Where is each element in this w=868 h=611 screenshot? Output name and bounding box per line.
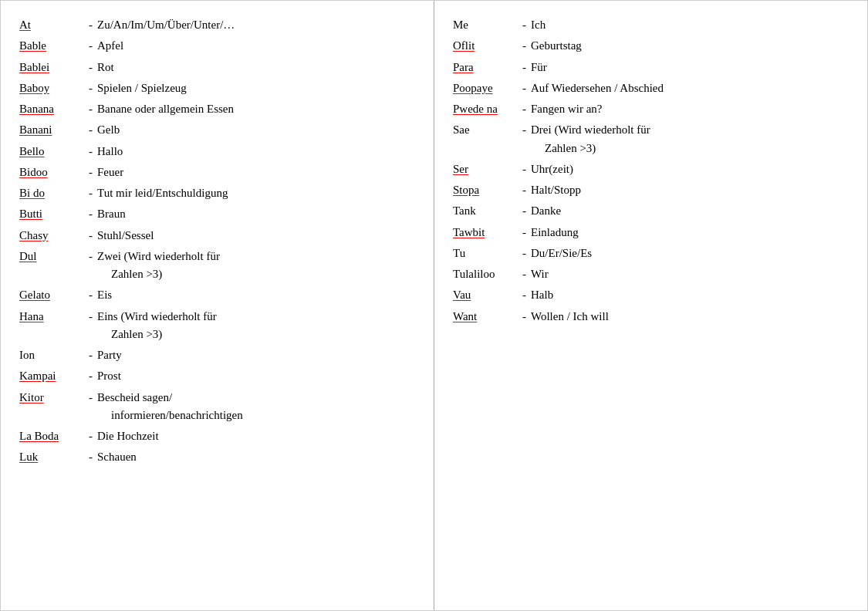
dash: - (522, 308, 526, 326)
list-item: Chasy- Stuhl/Sessel (19, 227, 415, 245)
dash: - (522, 181, 526, 199)
page: At- Zu/An/Im/Um/Über/Unter/…Bable- Apfel… (0, 0, 868, 611)
term: At (19, 16, 89, 34)
definition-line2: Zahlen >3) (531, 140, 849, 157)
list-item: Stopa- Halt/Stopp (453, 181, 849, 199)
dash: - (89, 248, 93, 265)
definition-line2: informieren/benachrichtigen (97, 407, 415, 424)
definition-line2: Zahlen >3) (97, 265, 415, 283)
term: Ion (19, 346, 89, 364)
definition: Tut mir leid/Entschuldigung (97, 184, 415, 202)
list-item: Pwede na- Fangen wir an? (453, 100, 849, 118)
term: Banana (19, 100, 89, 118)
dash: - (89, 184, 93, 202)
definition: Drei (Wird wiederholt fürZahlen >3) (531, 121, 849, 157)
list-item: Baboy- Spielen / Spielzeug (19, 79, 415, 97)
dash: - (89, 37, 93, 55)
list-item: Bablei- Rot (19, 59, 415, 76)
definition: Für (531, 59, 849, 76)
list-item: Ser- Uhr(zeit) (453, 160, 849, 178)
term: Para (453, 59, 522, 76)
list-item: Tu- Du/Er/Sie/Es (453, 245, 849, 262)
list-item: Oflit- Geburtstag (453, 37, 849, 55)
definition-line2: Zahlen >3) (97, 326, 415, 343)
term: Ser (453, 160, 522, 178)
definition: Apfel (97, 37, 415, 55)
list-item: Sae- Drei (Wird wiederholt fürZahlen >3) (453, 121, 849, 157)
list-item: Tulaliloo- Wir (453, 265, 849, 283)
dash: - (89, 286, 93, 304)
list-item: Tank- Danke (453, 202, 849, 220)
definition: Danke (531, 202, 849, 220)
definition: Du/Er/Sie/Es (531, 245, 849, 262)
term: Me (453, 16, 522, 34)
dash: - (89, 100, 93, 118)
definition: Schauen (97, 448, 415, 466)
term: Gelato (19, 286, 89, 304)
list-item: Banana- Banane oder allgemein Essen (19, 100, 415, 118)
definition: Gelb (97, 121, 415, 139)
column-left: At- Zu/An/Im/Um/Über/Unter/…Bable- Apfel… (1, 1, 434, 610)
term: Hana (19, 308, 89, 326)
definition: Einladung (531, 224, 849, 241)
dash: - (89, 227, 93, 245)
list-item: Hana- Eins (Wird wiederholt fürZahlen >3… (19, 308, 415, 344)
list-item: Poopaye- Auf Wiedersehen / Abschied (453, 79, 849, 97)
term: Kampai (19, 367, 89, 385)
term: Baboy (19, 79, 89, 97)
term: Tawbit (453, 224, 522, 241)
term: Oflit (453, 37, 522, 55)
dash: - (89, 59, 93, 76)
dash: - (89, 448, 93, 466)
term: Tank (453, 202, 522, 220)
definition: Die Hochzeit (97, 427, 415, 445)
definition: Braun (97, 205, 415, 223)
dash: - (522, 79, 526, 97)
dash: - (89, 346, 93, 364)
term: La Boda (19, 427, 89, 445)
term: Stopa (453, 181, 522, 199)
dash: - (522, 121, 526, 139)
dash: - (89, 16, 93, 34)
term: Bable (19, 37, 89, 55)
dash: - (89, 389, 93, 407)
dash: - (89, 121, 93, 139)
term: Bello (19, 143, 89, 160)
column-right: Me- IchOflit- GeburtstagPara- FürPoopaye… (434, 1, 867, 610)
definition: Halt/Stopp (531, 181, 849, 199)
list-item: Tawbit- Einladung (453, 224, 849, 241)
list-item: Kampai- Prost (19, 367, 415, 385)
dash: - (89, 79, 93, 97)
term: Want (453, 308, 522, 326)
list-item: Vau- Halb (453, 286, 849, 304)
definition: Spielen / Spielzeug (97, 79, 415, 97)
term: Bi do (19, 184, 89, 202)
list-item: Want- Wollen / Ich will (453, 308, 849, 326)
definition: Eins (Wird wiederholt fürZahlen >3) (97, 308, 415, 344)
list-item: Banani- Gelb (19, 121, 415, 139)
term: Chasy (19, 227, 89, 245)
definition: Rot (97, 59, 415, 76)
definition: Wollen / Ich will (531, 308, 849, 326)
definition: Stuhl/Sessel (97, 227, 415, 245)
dash: - (89, 367, 93, 385)
dash: - (89, 205, 93, 223)
definition: Fangen wir an? (531, 100, 849, 118)
list-item: Me- Ich (453, 16, 849, 34)
definition: Hallo (97, 143, 415, 160)
list-item: Bidoo- Feuer (19, 164, 415, 181)
definition: Eis (97, 286, 415, 304)
list-item: Gelato- Eis (19, 286, 415, 304)
dash: - (522, 59, 526, 76)
term: Bablei (19, 59, 89, 76)
list-item: Luk- Schauen (19, 448, 415, 466)
term: Tu (453, 245, 522, 262)
term: Luk (19, 448, 89, 466)
list-item: Para- Für (453, 59, 849, 76)
dash: - (522, 224, 526, 241)
list-item: La Boda- Die Hochzeit (19, 427, 415, 445)
dash: - (522, 286, 526, 304)
dash: - (522, 100, 526, 118)
dash: - (522, 245, 526, 262)
dash: - (522, 37, 526, 55)
